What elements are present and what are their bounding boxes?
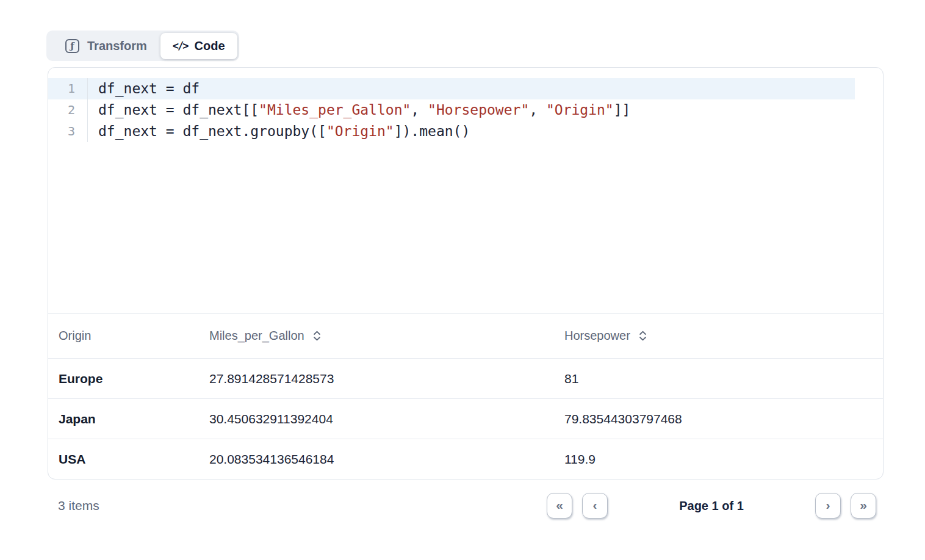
column-header-horsepower[interactable]: Horsepower [554,329,883,343]
double-chevron-left-icon: « [556,498,563,511]
table-footer: 3 items « ‹ Page 1 of 1 › » [48,479,884,532]
pagination-controls: « ‹ Page 1 of 1 › » [547,493,876,519]
column-header-label: Origin [59,329,91,343]
code-icon: </> [173,40,188,52]
code-token-string: "Origin" [326,123,394,139]
sort-icon[interactable] [312,330,322,342]
table-row: Europe 27.891428571428573 81 [48,358,883,398]
code-line-text: df_next = df [88,78,200,99]
results-table: Origin Miles_per_Gallon Horsepower [48,313,883,479]
code-token: df_next = df [98,81,200,96]
row-label: Japan [48,412,199,426]
items-count: 3 items [48,498,99,513]
line-number: 3 [48,121,88,142]
cell-miles-per-gallon: 27.891428571428573 [199,372,554,386]
tab-transform[interactable]: ƒ Transform [46,39,160,53]
double-chevron-right-icon: » [860,498,867,511]
cell-horsepower: 79.83544303797468 [554,412,883,426]
code-token-string: "Origin" [546,102,614,118]
code-line: 2 df_next = df_next[["Miles_per_Gallon",… [48,99,855,121]
row-label: Europe [48,372,199,386]
code-token: , [411,102,428,118]
column-header-label: Miles_per_Gallon [209,329,304,343]
code-line-text: df_next = df_next.groupby(["Origin"]).me… [88,121,470,142]
cell-horsepower: 81 [554,372,883,386]
row-label: USA [48,452,199,467]
first-page-button[interactable]: « [547,493,572,519]
page-indicator: Page 1 of 1 [642,499,781,513]
code-token: df_next = df_next.groupby([ [98,123,326,139]
code-token: , [529,102,546,118]
code-token: ]).mean() [394,123,470,139]
tab-transform-label: Transform [87,39,147,53]
table-header-row: Origin Miles_per_Gallon Horsepower [48,314,883,358]
view-mode-tabs: ƒ Transform </> Code [46,31,239,61]
column-header-label: Horsepower [564,329,630,343]
last-page-button[interactable]: » [851,493,876,519]
chevron-right-icon: › [826,498,830,511]
line-number: 2 [48,99,88,121]
code-editor[interactable]: 1 df_next = df 2 df_next = df_next[["Mil… [48,68,883,313]
column-header-miles-per-gallon[interactable]: Miles_per_Gallon [199,329,554,343]
function-icon: ƒ [65,39,79,53]
table-row: USA 20.083534136546184 119.9 [48,439,883,479]
code-token-string: "Miles_per_Gallon" [259,102,411,118]
code-and-results-panel: 1 df_next = df 2 df_next = df_next[["Mil… [48,67,884,479]
previous-page-button[interactable]: ‹ [582,493,608,519]
code-token-string: "Horsepower" [428,102,529,118]
sort-icon[interactable] [638,330,647,342]
cell-miles-per-gallon: 20.083534136546184 [199,452,554,467]
tab-code-label: Code [195,39,225,53]
code-token: df_next = df_next[[ [98,102,259,118]
code-line: 3 df_next = df_next.groupby(["Origin"]).… [48,121,855,142]
cell-miles-per-gallon: 30.450632911392404 [199,412,554,426]
code-token: ]] [614,102,631,118]
tab-code[interactable]: </> Code [160,33,237,59]
table-row: Japan 30.450632911392404 79.835443037974… [48,398,883,439]
cell-horsepower: 119.9 [554,452,883,467]
column-header-origin: Origin [48,329,199,343]
code-line: 1 df_next = df [48,78,855,99]
chevron-left-icon: ‹ [593,498,597,511]
code-line-text: df_next = df_next[["Miles_per_Gallon", "… [88,99,630,121]
next-page-button[interactable]: › [815,493,841,519]
line-number: 1 [48,78,88,99]
